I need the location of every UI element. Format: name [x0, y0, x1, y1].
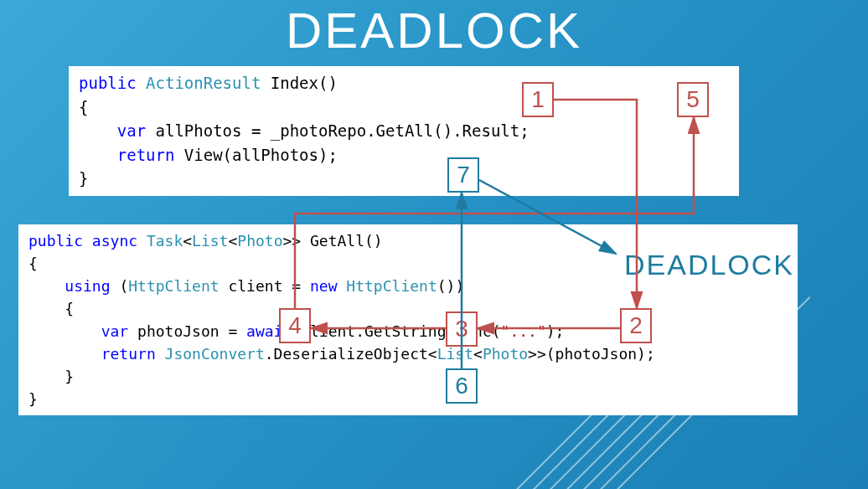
type: List [437, 345, 473, 363]
txt: .DeserializeObject< [265, 345, 437, 363]
type: Task [137, 232, 183, 250]
code-block-1: public ActionResult Index() { var allPho… [69, 66, 739, 196]
txt: { [28, 255, 38, 272]
type: Photo [483, 345, 528, 363]
kw: new [310, 277, 338, 295]
txt: photoJson = [128, 322, 246, 340]
kw: var [28, 322, 128, 340]
txt: >> GetAll() [282, 232, 382, 250]
txt: allPhotos = _photoRepo.GetAll().Result; [146, 121, 530, 140]
type: HttpClient [128, 277, 219, 295]
kw: using [28, 277, 111, 295]
kw: public [28, 232, 83, 250]
type: HttpClient [346, 277, 437, 295]
step-box-2: 2 [620, 308, 652, 343]
type: Photo [237, 232, 282, 250]
step-box-7: 7 [447, 157, 479, 193]
type: JsonConvert [165, 345, 265, 363]
txt: ( [111, 277, 129, 295]
txt [156, 345, 165, 363]
step-box-4: 4 [279, 308, 311, 343]
kw: async [83, 232, 137, 250]
step-box-5: 5 [677, 82, 709, 117]
deadlock-label: DEADLOCK [624, 249, 794, 281]
decorative-lines [709, 296, 868, 489]
kw: return [79, 146, 174, 164]
kw: public [79, 74, 137, 92]
str: "..." [501, 322, 546, 340]
step-box-1: 1 [522, 82, 554, 117]
txt: >>(photoJson); [528, 345, 655, 363]
txt: } [28, 368, 74, 385]
kw: var [79, 121, 146, 140]
step-box-3: 3 [446, 311, 478, 347]
txt: ()) [437, 277, 465, 295]
txt: client = [220, 277, 310, 295]
txt: } [28, 390, 38, 408]
txt: < [473, 345, 483, 363]
txt: ); [546, 322, 565, 340]
txt: Index() [261, 74, 338, 92]
txt: { [79, 98, 88, 116]
txt: View(allPhotos); [174, 146, 337, 164]
slide-title: DEADLOCK [0, 0, 868, 59]
type: List [192, 232, 228, 250]
txt: { [28, 300, 74, 317]
step-box-6: 6 [446, 368, 478, 404]
txt: < [183, 232, 192, 250]
kw: return [28, 345, 156, 363]
txt: < [228, 232, 237, 250]
txt: } [79, 169, 88, 188]
txt [338, 277, 347, 295]
type: ActionResult [137, 74, 261, 92]
